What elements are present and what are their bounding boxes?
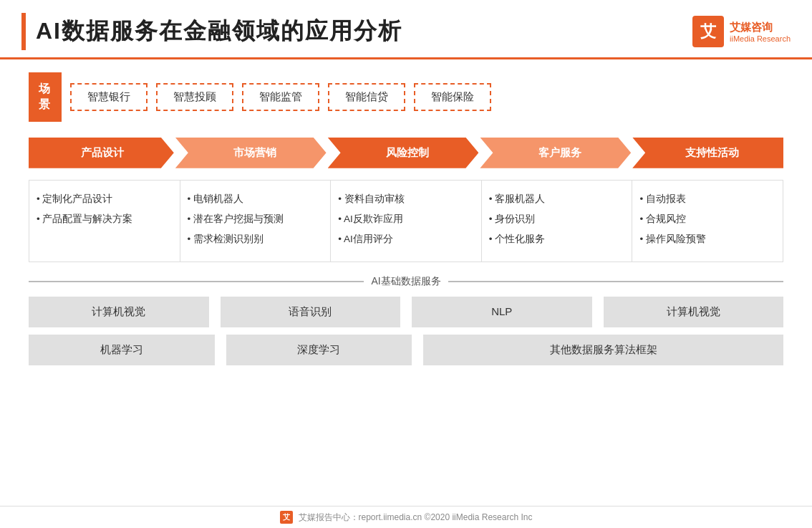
scene-row: 场景 智慧银行 智慧投顾 智能监管 智能信贷 智能保险 xyxy=(29,72,783,122)
scene-label: 场景 xyxy=(29,72,62,122)
header: AI数据服务在金融领域的应用分析 艾 艾媒咨询 iiMedia Research xyxy=(0,0,812,59)
ai-base-item-7: 其他数据服务算法框架 xyxy=(423,335,783,365)
title-area: AI数据服务在金融领域的应用分析 xyxy=(21,13,402,50)
ai-base-item-5: 机器学习 xyxy=(29,335,215,365)
logo-icon: 艾 xyxy=(692,16,724,47)
ai-base-line-right xyxy=(448,281,783,282)
content-item: 个性化服务 xyxy=(489,231,622,248)
scene-tag-1: 智慧银行 xyxy=(70,83,148,111)
content-item: 自动报表 xyxy=(639,191,773,208)
scene-tag-5: 智能保险 xyxy=(414,83,491,111)
flow-item-2: 市场营销 xyxy=(175,138,327,168)
footer-text: 艾媒报告中心：report.iimedia.cn ©2020 iiMedia R… xyxy=(299,512,533,524)
content-item: AI反欺诈应用 xyxy=(338,211,471,228)
content-item: 电销机器人 xyxy=(188,191,321,208)
ai-base-item-2: 语音识别 xyxy=(221,297,401,327)
content-item: 身份识别 xyxy=(489,211,622,228)
content-grid: 定制化产品设计 产品配置与解决方案 电销机器人 潜在客户挖掘与预测 需求检测识别… xyxy=(29,180,783,262)
content-item: 客服机器人 xyxy=(489,191,622,208)
content-item: 潜在客户挖掘与预测 xyxy=(188,211,321,228)
content-item: 定制化产品设计 xyxy=(37,191,170,208)
scene-tag-3: 智能监管 xyxy=(242,83,319,111)
content-col-3: 资料自动审核 AI反欺诈应用 AI信用评分 xyxy=(331,181,482,261)
ai-base-label: AI基础数据服务 xyxy=(371,275,440,288)
flow-item-5: 支持性活动 xyxy=(632,138,783,168)
scene-tag-2: 智慧投顾 xyxy=(156,83,233,111)
ai-base-line-left xyxy=(29,281,364,282)
scene-tag-4: 智能信贷 xyxy=(328,83,405,111)
content-col-5: 自动报表 合规风控 操作风险预警 xyxy=(632,181,783,261)
footer-logo-icon: 艾 xyxy=(280,511,293,524)
ai-base-row-2: 机器学习 深度学习 其他数据服务算法框架 xyxy=(29,335,783,365)
ai-base-section: AI基础数据服务 计算机视觉 语音识别 NLP 计算机视觉 机器学习 深度学习 … xyxy=(29,275,783,365)
ai-base-item-1: 计算机视觉 xyxy=(29,297,209,327)
flow-item-4: 客户服务 xyxy=(480,138,631,168)
ai-base-row-1: 计算机视觉 语音识别 NLP 计算机视觉 xyxy=(29,297,783,327)
ai-base-header: AI基础数据服务 xyxy=(29,275,783,288)
flow-item-1: 产品设计 xyxy=(29,138,174,168)
content-item: AI信用评分 xyxy=(338,231,471,248)
title-bar xyxy=(21,13,26,50)
main-title: AI数据服务在金融领域的应用分析 xyxy=(36,16,402,47)
ai-base-item-6: 深度学习 xyxy=(226,335,412,365)
logo-area: 艾 艾媒咨询 iiMedia Research xyxy=(692,16,791,47)
content-item: 产品配置与解决方案 xyxy=(37,211,170,228)
content-item: 操作风险预警 xyxy=(639,231,773,248)
ai-base-item-3: NLP xyxy=(412,297,592,327)
content-col-4: 客服机器人 身份识别 个性化服务 xyxy=(482,181,633,261)
flow-row: 产品设计 市场营销 风险控制 客户服务 支持性活动 xyxy=(29,138,783,168)
ai-base-item-4: 计算机视觉 xyxy=(604,297,784,327)
content-item: 需求检测识别别 xyxy=(188,231,321,248)
logo-cn: 艾媒咨询 xyxy=(730,21,791,34)
page-wrapper: AI数据服务在金融领域的应用分析 艾 艾媒咨询 iiMedia Research… xyxy=(0,0,812,528)
content-col-1: 定制化产品设计 产品配置与解决方案 xyxy=(29,181,180,261)
content-item: 合规风控 xyxy=(639,211,773,228)
content-item: 资料自动审核 xyxy=(338,191,471,208)
logo-en: iiMedia Research xyxy=(730,34,791,43)
flow-item-3: 风险控制 xyxy=(328,138,479,168)
footer: 艾 艾媒报告中心：report.iimedia.cn ©2020 iiMedia… xyxy=(0,506,812,528)
content-col-2: 电销机器人 潜在客户挖掘与预测 需求检测识别别 xyxy=(180,181,332,261)
main-content: 场景 智慧银行 智慧投顾 智能监管 智能信贷 智能保险 产品设计 市场营销 风险… xyxy=(0,59,812,373)
